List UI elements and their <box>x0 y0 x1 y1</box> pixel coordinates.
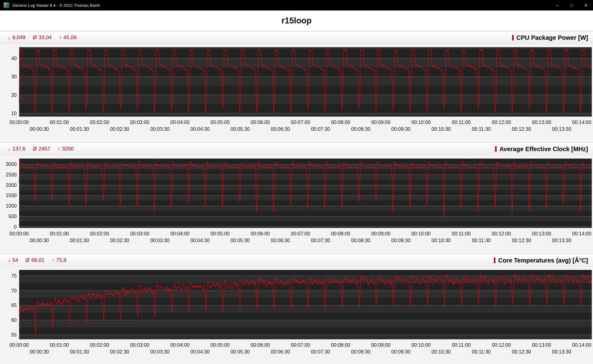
x-tick-label: 00:07:30 <box>311 238 330 243</box>
window-title: Generic Log Viewer 6.4 - © 2022 Thomas B… <box>12 3 100 8</box>
x-tick-label: 00:06:30 <box>271 126 290 132</box>
x-tick-label: 00:07:30 <box>311 126 330 132</box>
chart-title: Average Effective Clock [MHz] <box>499 146 588 153</box>
x-tick-label: 00:05:30 <box>230 126 250 132</box>
panel-core-temperatures: ↓ 54 Ø 69,01 ↑ 75,9 Core Temperatures (a… <box>0 254 593 357</box>
min-arrow-icon: ↓ <box>8 146 11 152</box>
y-tick-label: 70 <box>11 288 17 293</box>
x-tick-label: 00:10:00 <box>411 231 431 236</box>
x-tick-label: 00:12:00 <box>492 120 511 125</box>
x-tick-label: 00:05:00 <box>210 120 229 125</box>
x-tick-label: 00:08:30 <box>351 238 370 243</box>
chart-legend: Core Temperatures (avg) [Â°C] <box>494 257 588 264</box>
x-tick-label: 00:03:30 <box>150 238 169 243</box>
y-tick-label: 40 <box>11 56 17 61</box>
x-tick-label: 00:03:30 <box>150 126 169 132</box>
stats-row: ↓ 9,049 Ø 33,04 ↑ 45,06 CPU Package Powe… <box>0 31 593 44</box>
chart-legend: Average Effective Clock [MHz] <box>495 146 588 153</box>
x-tick-label: 00:02:00 <box>90 342 109 348</box>
x-tick-label: 00:13:00 <box>532 342 551 348</box>
x-tick-label: 00:07:00 <box>291 231 310 236</box>
x-tick-label: 00:11:00 <box>452 342 471 348</box>
chart-core-temperatures[interactable]: 757065605500:00:0000:01:0000:02:0000:03:… <box>0 267 593 357</box>
stat-min-value: 9,049 <box>12 35 26 41</box>
x-tick-label: 00:13:30 <box>552 349 571 354</box>
x-tick-label: 00:06:00 <box>250 231 270 236</box>
x-tick-label: 00:07:00 <box>291 120 310 125</box>
x-tick-label: 00:03:00 <box>130 120 149 125</box>
x-tick-label: 00:06:00 <box>250 342 270 348</box>
document-title: r15loop <box>281 16 312 26</box>
x-tick-label: 00:12:30 <box>512 349 531 354</box>
chart-title: CPU Package Power [W] <box>516 34 588 41</box>
x-tick-label: 00:11:30 <box>472 126 491 132</box>
close-button[interactable]: ✕ <box>579 0 593 10</box>
y-tick-label: 20 <box>11 93 17 98</box>
y-tick-label: 2500 <box>6 172 17 177</box>
x-tick-label: 00:10:00 <box>411 342 431 348</box>
x-tick-label: 00:08:00 <box>331 120 350 125</box>
chart-average-effective-clock[interactable]: 30002500200015001000500000:00:0000:01:00… <box>0 155 593 246</box>
avg-symbol-icon: Ø <box>33 146 37 152</box>
x-tick-label: 00:06:00 <box>250 120 270 125</box>
x-tick-label: 00:12:00 <box>492 342 511 348</box>
x-tick-label: 00:00:00 <box>10 231 29 236</box>
x-tick-label: 00:05:00 <box>210 342 229 348</box>
y-tick-label: 60 <box>11 317 17 323</box>
y-tick-label: 1500 <box>6 193 17 198</box>
maximize-button[interactable]: □ <box>565 0 579 10</box>
titlebar[interactable]: Generic Log Viewer 6.4 - © 2022 Thomas B… <box>0 0 593 10</box>
x-tick-label: 00:09:30 <box>391 126 410 132</box>
panel-cpu-package-power: ↓ 9,049 Ø 33,04 ↑ 45,06 CPU Package Powe… <box>0 31 593 134</box>
x-tick-label: 00:14:00 <box>572 342 591 348</box>
x-tick-label: 00:14:00 <box>572 120 591 125</box>
stat-avg-value: 33,04 <box>39 35 52 41</box>
x-tick-label: 00:10:30 <box>431 126 451 132</box>
x-tick-label: 00:10:30 <box>431 238 451 243</box>
stats-row: ↓ 54 Ø 69,01 ↑ 75,9 Core Temperatures (a… <box>0 254 593 267</box>
stat-avg: Ø 33,04 <box>33 35 52 41</box>
min-arrow-icon: ↓ <box>8 35 11 40</box>
x-tick-label: 00:13:00 <box>532 120 551 125</box>
max-arrow-icon: ↑ <box>59 35 62 40</box>
avg-symbol-icon: Ø <box>33 35 37 40</box>
stat-min-value: 137,6 <box>12 146 26 152</box>
x-tick-label: 00:09:00 <box>371 342 390 348</box>
x-tick-label: 00:04:00 <box>170 342 189 348</box>
x-tick-label: 00:04:30 <box>190 238 209 243</box>
legend-color-bar <box>512 35 514 40</box>
x-tick-label: 00:01:30 <box>70 349 89 354</box>
x-tick-label: 00:11:30 <box>472 349 491 354</box>
x-tick-label: 00:08:30 <box>351 126 370 132</box>
stat-avg-value: 69,01 <box>31 257 44 263</box>
panel-average-effective-clock: ↓ 137,6 Ø 2457 ↑ 3200 Average Effective … <box>0 143 593 246</box>
x-tick-label: 00:11:30 <box>472 238 491 243</box>
x-tick-label: 00:01:30 <box>70 238 89 243</box>
y-tick-label: 3000 <box>6 162 17 167</box>
x-tick-label: 00:01:00 <box>50 120 69 125</box>
x-tick-label: 00:01:30 <box>70 126 89 132</box>
x-tick-label: 00:03:00 <box>130 342 149 348</box>
stat-max: ↑ 45,06 <box>59 35 77 41</box>
x-tick-label: 00:00:30 <box>30 238 49 243</box>
x-tick-label: 00:00:00 <box>10 342 29 348</box>
y-tick-label: 65 <box>11 303 17 308</box>
x-tick-label: 00:14:00 <box>572 231 591 236</box>
x-tick-label: 00:12:00 <box>492 231 511 236</box>
minimize-button[interactable]: ─ <box>550 0 565 10</box>
stat-avg: Ø 2457 <box>33 146 50 152</box>
x-tick-label: 00:13:30 <box>552 126 571 132</box>
x-tick-label: 00:10:30 <box>431 349 451 354</box>
x-tick-label: 00:00:30 <box>30 349 49 354</box>
x-tick-label: 00:11:00 <box>452 231 471 236</box>
y-tick-label: 1000 <box>6 203 17 209</box>
stat-avg-value: 2457 <box>39 146 50 152</box>
avg-symbol-icon: Ø <box>26 258 29 263</box>
x-tick-label: 00:09:00 <box>371 120 390 125</box>
x-tick-label: 00:10:00 <box>411 120 431 125</box>
x-tick-label: 00:09:30 <box>391 349 410 354</box>
x-tick-label: 00:12:30 <box>512 126 531 132</box>
chart-cpu-package-power[interactable]: 4030201000:00:0000:01:0000:02:0000:03:00… <box>0 44 593 134</box>
stat-max: ↑ 75,9 <box>52 257 66 263</box>
x-tick-label: 00:02:30 <box>110 126 129 132</box>
